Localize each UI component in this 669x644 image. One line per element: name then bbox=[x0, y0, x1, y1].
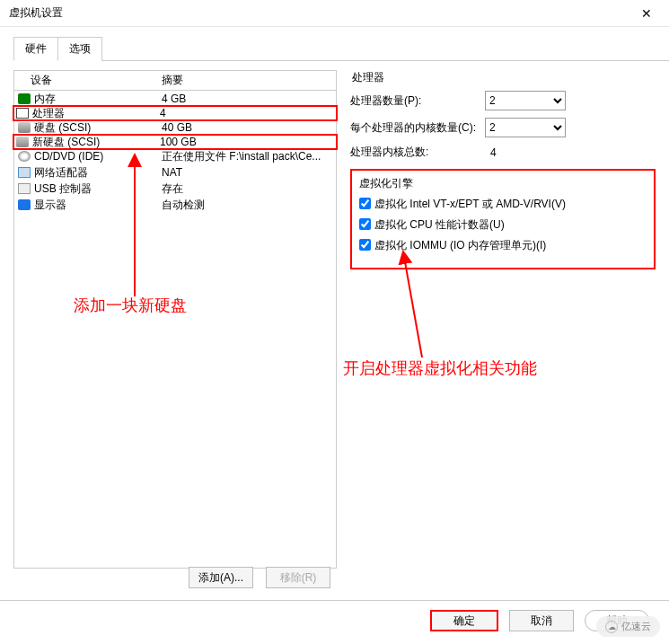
device-summary: 4 GB bbox=[162, 93, 332, 105]
cancel-button[interactable]: 取消 bbox=[509, 610, 574, 631]
device-name: 处理器 bbox=[32, 106, 65, 121]
device-list-header: 设备 摘要 bbox=[14, 71, 336, 91]
remove-button: 移除(R) bbox=[266, 567, 330, 588]
annotation-enable-virt: 开启处理器虚拟化相关功能 bbox=[343, 357, 537, 379]
window-title: 虚拟机设置 bbox=[9, 5, 63, 21]
tab-options[interactable]: 选项 bbox=[57, 37, 102, 61]
device-summary: 100 GB bbox=[160, 136, 334, 148]
close-icon[interactable]: ✕ bbox=[633, 6, 660, 21]
cd-icon bbox=[18, 151, 31, 162]
cpu-icon bbox=[16, 108, 29, 119]
virtualization-group: 虚拟化引擎 虚拟化 Intel VT-x/EPT 或 AMD-V/RVI(V) … bbox=[350, 169, 656, 269]
col-summary: 摘要 bbox=[162, 73, 332, 88]
device-summary: NAT bbox=[162, 166, 332, 179]
device-name: USB 控制器 bbox=[34, 181, 92, 197]
device-row-hdd[interactable]: 硬盘 (SCSI) 40 GB bbox=[14, 119, 336, 136]
titlebar: 虚拟机设置 ✕ bbox=[0, 0, 669, 27]
device-summary: 正在使用文件 F:\install pack\Ce... bbox=[162, 149, 332, 164]
virt-iommu-checkbox[interactable]: 虚拟化 IOMMU (IO 内存管理单元)(I) bbox=[359, 238, 647, 253]
device-name: 新硬盘 (SCSI) bbox=[32, 135, 100, 150]
watermark-text: 亿速云 bbox=[621, 620, 651, 633]
device-summary: 自动检测 bbox=[162, 198, 332, 213]
watermark: ☁ 亿速云 bbox=[596, 616, 660, 637]
device-name: CD/DVD (IDE) bbox=[34, 150, 103, 163]
device-row-memory[interactable]: 内存 4 GB bbox=[14, 91, 336, 107]
device-name: 内存 bbox=[34, 92, 56, 107]
cores-per-proc-select[interactable]: 2 bbox=[485, 118, 566, 137]
virt-vt-checkbox[interactable]: 虚拟化 Intel VT-x/EPT 或 AMD-V/RVI(V) bbox=[359, 197, 647, 212]
display-icon bbox=[18, 199, 31, 210]
device-summary: 4 bbox=[160, 107, 334, 119]
device-row-processor[interactable]: 处理器 4 bbox=[13, 105, 338, 121]
processor-group-title: 处理器 bbox=[350, 70, 656, 85]
tabs: 硬件 选项 bbox=[13, 36, 669, 61]
device-row-network[interactable]: 网络适配器 NAT bbox=[14, 164, 336, 181]
checkbox-icon[interactable] bbox=[359, 239, 371, 251]
add-button[interactable]: 添加(A)... bbox=[189, 567, 253, 588]
device-list-panel: 设备 摘要 内存 4 GB 处理器 4 硬盘 (SCSI) 40 GB 新硬盘 … bbox=[13, 70, 337, 569]
disk-icon bbox=[16, 137, 29, 147]
virt-counters-checkbox[interactable]: 虚拟化 CPU 性能计数器(U) bbox=[359, 217, 647, 233]
device-name: 显示器 bbox=[34, 198, 66, 213]
processor-count-select[interactable]: 2 bbox=[485, 91, 566, 110]
device-summary: 存在 bbox=[162, 181, 332, 197]
device-name: 网络适配器 bbox=[34, 165, 88, 181]
processor-count-label: 处理器数量(P): bbox=[350, 93, 485, 109]
virtualization-title: 虚拟化引擎 bbox=[359, 176, 647, 191]
device-buttons: 添加(A)... 移除(R) bbox=[189, 567, 330, 588]
device-row-usb[interactable]: USB 控制器 存在 bbox=[14, 181, 336, 197]
divider bbox=[0, 600, 669, 601]
checkbox-icon[interactable] bbox=[359, 218, 371, 230]
memory-icon bbox=[18, 93, 31, 104]
device-row-new-hdd[interactable]: 新硬盘 (SCSI) 100 GB bbox=[13, 134, 338, 150]
disk-icon bbox=[18, 122, 31, 133]
usb-icon bbox=[18, 183, 31, 194]
device-row-cddvd[interactable]: CD/DVD (IDE) 正在使用文件 F:\install pack\Ce..… bbox=[14, 148, 336, 164]
ok-button[interactable]: 确定 bbox=[430, 610, 498, 631]
device-name: 硬盘 (SCSI) bbox=[34, 120, 91, 136]
cloud-icon: ☁ bbox=[605, 621, 618, 633]
col-device: 设备 bbox=[18, 73, 162, 88]
tab-hardware[interactable]: 硬件 bbox=[13, 37, 58, 61]
total-cores-label: 处理器内核总数: bbox=[350, 145, 485, 160]
cores-per-proc-label: 每个处理器的内核数量(C): bbox=[350, 120, 485, 136]
network-icon bbox=[18, 167, 31, 178]
total-cores-value: 4 bbox=[485, 146, 497, 159]
settings-panel: 处理器 处理器数量(P): 2 每个处理器的内核数量(C): 2 处理器内核总数… bbox=[350, 70, 656, 569]
checkbox-icon[interactable] bbox=[359, 198, 371, 209]
annotation-add-disk: 添加一块新硬盘 bbox=[74, 295, 187, 316]
device-row-display[interactable]: 显示器 自动检测 bbox=[14, 197, 336, 213]
device-summary: 40 GB bbox=[162, 121, 332, 134]
